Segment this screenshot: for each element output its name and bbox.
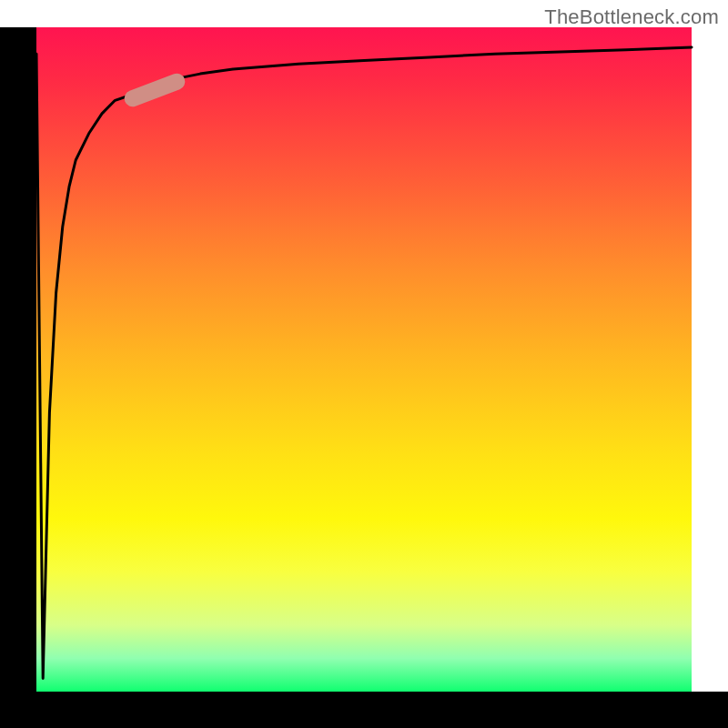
- x-axis: [0, 692, 728, 728]
- attribution-text: TheBottleneck.com: [544, 5, 719, 29]
- y-axis: [0, 27, 36, 692]
- chart-container: TheBottleneck.com: [0, 0, 728, 728]
- plot-gradient-area: [36, 27, 692, 692]
